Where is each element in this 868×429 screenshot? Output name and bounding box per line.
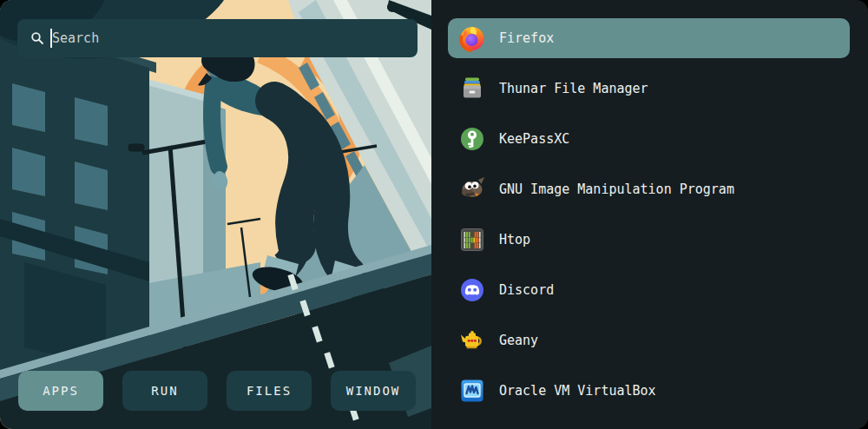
app-label: GNU Image Manipulation Program (499, 182, 734, 197)
discord-icon (458, 276, 486, 304)
launcher-window: APPS RUN FILES WINDOW (0, 0, 868, 429)
tab-window[interactable]: WINDOW (331, 371, 416, 411)
app-label: Firefox (499, 30, 554, 46)
tab-bar: APPS RUN FILES WINDOW (18, 371, 416, 411)
app-label: Oracle VM VirtualBox (499, 383, 656, 399)
app-label: Thunar File Manager (499, 81, 648, 96)
firefox-icon (458, 24, 486, 52)
app-row-htop[interactable]: Htop (448, 220, 850, 260)
search-bar[interactable] (17, 19, 418, 57)
tab-files[interactable]: FILES (227, 371, 312, 411)
app-row-gimp[interactable]: GNU Image Manipulation Program (448, 169, 850, 209)
keepassxc-icon (458, 125, 486, 153)
app-label: Geany (499, 333, 538, 348)
app-row-virtualbox[interactable]: Oracle VM VirtualBox (448, 371, 850, 411)
results-list: Firefox Thunar File Manager Ke (431, 0, 868, 429)
gimp-icon (458, 175, 486, 203)
app-row-geany[interactable]: Geany (448, 320, 850, 360)
app-row-thunar[interactable]: Thunar File Manager (448, 69, 850, 109)
wallpaper-illustration (0, 0, 431, 429)
geany-icon (458, 327, 486, 354)
tab-run[interactable]: RUN (122, 371, 207, 411)
tab-apps[interactable]: APPS (18, 371, 103, 411)
app-row-discord[interactable]: Discord (448, 270, 850, 310)
app-label: Discord (499, 282, 554, 298)
app-row-firefox[interactable]: Firefox (448, 18, 850, 58)
thunar-icon (458, 75, 486, 102)
app-row-keepassxc[interactable]: KeePassXC (448, 119, 850, 159)
text-caret (50, 29, 52, 48)
htop-icon (458, 226, 486, 254)
app-label: KeePassXC (499, 131, 569, 147)
search-icon (30, 31, 44, 45)
search-input[interactable] (50, 30, 418, 46)
app-label: Htop (499, 232, 530, 248)
left-panel: APPS RUN FILES WINDOW (0, 0, 431, 429)
virtualbox-icon (458, 377, 486, 405)
